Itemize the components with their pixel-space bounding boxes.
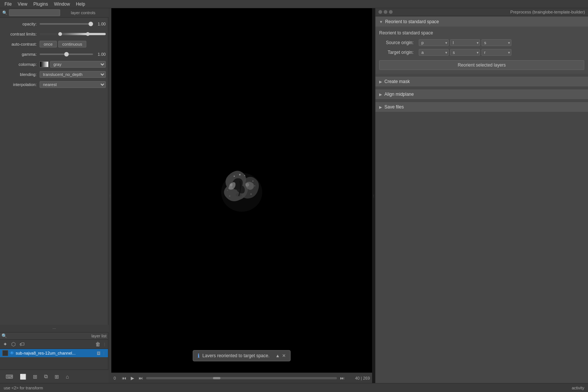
notification-expand-btn[interactable]: ▲ [275, 353, 280, 358]
contrast-handle-left[interactable] [58, 32, 62, 36]
opacity-label: opacity: [2, 22, 40, 26]
target-origin-label: Target origin: [379, 50, 417, 55]
source-l-select[interactable]: l r p a s i [450, 39, 480, 46]
close-dot[interactable] [378, 10, 382, 14]
menu-file[interactable]: File [1, 1, 15, 7]
timeline-play-btn[interactable]: ▶ [129, 375, 136, 382]
bottom-toolbar: ⌨ ⬜ ⊞ ⧉ ⊞ ⌂ [0, 370, 108, 383]
source-origin-row: Source origin: p a l r s i [379, 39, 584, 46]
timeline-scrubber[interactable] [146, 377, 337, 379]
copy-btn[interactable]: ⧉ [41, 372, 50, 381]
interpolation-dropdown[interactable]: nearest linear [40, 81, 106, 88]
grid-btn[interactable]: ⊞ [52, 372, 62, 381]
reorient-content: Reorient to standard space Source origin… [375, 27, 588, 74]
menu-plugins[interactable]: Plugins [30, 1, 51, 7]
square-btn[interactable]: ⬜ [17, 372, 29, 381]
target-a-wrapper: a p l r s i [419, 49, 449, 56]
svg-point-6 [239, 174, 241, 175]
tool-points-btn[interactable]: ✦ [1, 340, 9, 348]
timeline-step-forward-btn[interactable]: ⏭ [137, 375, 145, 382]
gamma-value: 1.00 [95, 52, 106, 56]
tool-shapes-btn[interactable]: ⬡ [10, 340, 17, 348]
create-mask-section: ▶ Create mask [375, 77, 588, 86]
right-drag-handle[interactable]: ⋮ [372, 8, 375, 383]
statusbar-left: use <2> for transform [4, 386, 43, 390]
contrast-row: contrast limits: [2, 30, 106, 38]
left-drag-handle[interactable]: ⋮ [108, 8, 111, 383]
menu-view[interactable]: View [15, 1, 30, 7]
svg-point-2 [230, 183, 233, 186]
target-s-select[interactable]: s i p a l r [450, 49, 480, 56]
reorient-header[interactable]: ▼ Reorient to standard space [375, 17, 588, 27]
once-button[interactable]: once [40, 41, 57, 48]
reorient-selected-layers-button[interactable]: Reorient selected layers [379, 60, 584, 70]
align-midplane-section: ▶ Align midplane [375, 89, 588, 99]
console-btn[interactable]: ⌨ [3, 372, 16, 381]
blending-label: blending: [2, 72, 40, 77]
maximize-dot[interactable] [389, 10, 393, 14]
notification-bar: ℹ Lavers reoriented to target space. ▲ ✕ [193, 350, 291, 361]
layer-search-input[interactable] [9, 9, 60, 16]
timeline-end-btn[interactable]: ⏭ [338, 375, 346, 382]
menu-help[interactable]: Help [73, 1, 88, 7]
opacity-slider-container: 1.00 [40, 22, 106, 26]
contrast-handle-right[interactable] [86, 32, 90, 36]
brain-image [212, 160, 272, 220]
minimize-dot[interactable] [384, 10, 387, 14]
auto-contrast-label: auto-contrast: [2, 42, 40, 46]
auto-contrast-row: auto-contrast: once continuous [2, 40, 106, 48]
create-mask-header[interactable]: ▶ Create mask [375, 77, 588, 86]
layer-controls-title: layer controls [60, 10, 106, 15]
opacity-row: opacity: 1.00 [2, 20, 106, 28]
layer-item[interactable]: 👁 sub-najva8_res-12um_channel... 🖼 ⋮ [0, 349, 108, 357]
layer-name: sub-najva8_res-12um_channel... [16, 351, 95, 355]
gamma-row: gamma: 1.00 [2, 50, 106, 58]
home-btn[interactable]: ⌂ [63, 372, 71, 381]
timeline-step-back-btn[interactable]: ⏮ [120, 375, 128, 382]
statusbar-right: activity [572, 386, 584, 390]
svg-point-8 [253, 181, 254, 182]
align-midplane-label: Align midplane [384, 92, 414, 97]
gamma-slider[interactable] [40, 53, 93, 55]
layers-btn[interactable]: ⊞ [30, 372, 40, 381]
layer-list-title: layer list [92, 334, 106, 338]
right-panel-header: Preprocess (brainglobe-template-builder) [375, 8, 588, 16]
menu-window[interactable]: Window [51, 1, 73, 7]
layer-visibility-icon[interactable]: 👁 [10, 350, 14, 356]
opacity-slider[interactable] [40, 23, 93, 25]
layer-list-toolbar: ✦ ⬡ 🏷 🗑 ⋮ [0, 340, 108, 349]
reorient-sublabel: Reorient to standard space [379, 30, 433, 36]
notification-close-btn[interactable]: ✕ [282, 353, 286, 358]
target-s-wrapper: s i p a l r [450, 49, 480, 56]
blending-dropdown[interactable]: translucent_no_depth additive opaque [40, 71, 106, 78]
source-dropdowns: p a l r s i l r [419, 39, 584, 46]
contrast-bar[interactable] [40, 33, 106, 35]
target-r-wrapper: r l p a s i [482, 49, 511, 56]
svg-point-11 [229, 196, 230, 197]
target-a-select[interactable]: a p l r s i [419, 49, 449, 56]
target-origin-row: Target origin: a p l r s i [379, 49, 584, 56]
source-p-select[interactable]: p a l r s i [419, 39, 449, 46]
continuous-button[interactable]: continuous [58, 41, 86, 48]
reorient-arrow: ▼ [379, 20, 383, 24]
delete-layer-btn[interactable]: 🗑 [94, 340, 102, 348]
colormap-dropdown[interactable]: gray viridis hot [50, 61, 106, 68]
opacity-value: 1.00 [95, 22, 106, 26]
source-s-select[interactable]: s i p a l r [482, 39, 511, 46]
main-layout: 🔍 layer controls opacity: 1.00 contrast … [0, 8, 588, 383]
save-files-arrow: ▶ [379, 105, 382, 109]
blending-row: blending: translucent_no_depth additive … [2, 70, 106, 79]
timeline-position: 40 | 269 [347, 376, 370, 380]
source-origin-label: Source origin: [379, 40, 417, 45]
tool-labels-btn[interactable]: 🏷 [18, 340, 26, 348]
search-icon[interactable]: 🔍 [2, 10, 7, 15]
source-l-wrapper: l r p a s i [450, 39, 480, 46]
align-midplane-arrow: ▶ [379, 92, 382, 97]
layer-drag-handle: ⋮ [102, 351, 106, 355]
save-files-header[interactable]: ▶ Save files [375, 102, 588, 112]
layer-list-search-icon[interactable]: 🔍 [1, 333, 7, 339]
align-midplane-header[interactable]: ▶ Align midplane [375, 89, 588, 99]
target-r-select[interactable]: r l p a s i [482, 49, 511, 56]
colormap-label: colormap: [2, 62, 40, 67]
canvas-viewport[interactable]: ℹ Lavers reoriented to target space. ▲ ✕ [111, 8, 372, 373]
